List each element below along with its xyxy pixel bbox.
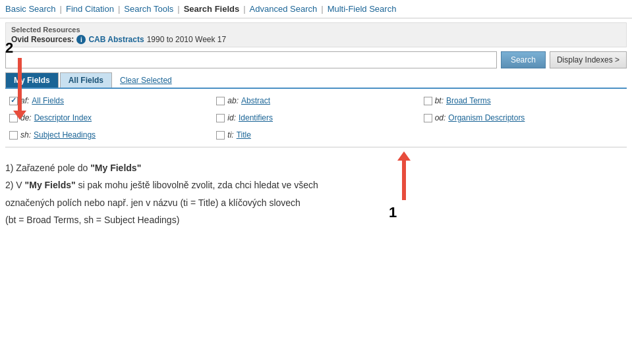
display-indexes-button[interactable]: Display Indexes > [550, 51, 627, 68]
selected-resources-bar: Selected Resources Ovid Resources: i CAB… [5, 22, 627, 47]
nav-search-tools[interactable]: Search Tools [124, 4, 173, 14]
arrow-1-shaft [402, 161, 406, 200]
desc-line1-bold: "My Fields" [90, 163, 141, 173]
search-row: Search Display Indexes > [5, 51, 627, 68]
main-content: Basic Search | Find Citation | Search To… [0, 0, 632, 228]
nav-sep-4: | [243, 4, 245, 14]
description-line4: (bt = Broad Terms, sh = Subject Headings… [5, 213, 627, 227]
field-name-id[interactable]: Identifiers [239, 113, 273, 122]
field-item-empty [420, 128, 627, 142]
field-code-sh: sh: [20, 130, 31, 140]
all-fields-tab[interactable]: All Fields [60, 72, 112, 88]
arrow-2-shaft [18, 58, 22, 111]
field-item-od: od: Organism Descriptors [420, 111, 627, 124]
nav-sep-1: | [60, 4, 62, 14]
field-name-bt[interactable]: Broad Terms [446, 96, 491, 105]
field-item-af: af: All Fields [5, 94, 212, 107]
desc-line2-bold1: "My Fields" [25, 180, 76, 190]
field-checkbox-ti[interactable] [216, 131, 225, 140]
field-name-ab[interactable]: Abstract [241, 96, 270, 105]
fields-tabs-row: My Fields All Fields Clear Selected [5, 72, 627, 89]
field-checkbox-ab[interactable] [216, 97, 225, 105]
field-name-od[interactable]: Organism Descriptors [448, 113, 525, 122]
search-button[interactable]: Search [501, 51, 546, 68]
nav-sep-5: | [321, 4, 323, 14]
field-name-sh[interactable]: Subject Headings [34, 130, 96, 140]
resources-row: Ovid Resources: i CAB Abstracts 1990 to … [11, 35, 621, 44]
field-code-ab: ab: [227, 96, 239, 105]
field-checkbox-id[interactable] [216, 114, 225, 122]
nav-basic-search[interactable]: Basic Search [5, 4, 56, 14]
arrow-1 [397, 151, 411, 200]
field-code-id: id: [227, 113, 236, 122]
field-item-id: id: Identifiers [212, 111, 419, 124]
search-input[interactable] [5, 51, 497, 68]
nav-advanced-search[interactable]: Advanced Search [250, 4, 318, 14]
arrow-2 [13, 58, 26, 120]
nav-sep-2: | [118, 4, 120, 14]
field-item-bt: bt: Broad Terms [420, 94, 627, 107]
nav-multi-field-search[interactable]: Multi-Field Search [328, 4, 397, 14]
field-item-sh: sh: Subject Headings [5, 128, 212, 142]
description-line1: 1) Zařazené pole do "My Fields" [5, 161, 627, 175]
info-icon[interactable]: i [76, 35, 86, 44]
annotation-number-1: 1 [389, 204, 397, 221]
field-code-bt: bt: [435, 96, 444, 105]
desc-line1-prefix: 1) Zařazené pole do [5, 163, 90, 173]
clear-selected-link[interactable]: Clear Selected [120, 76, 172, 85]
arrow-2-head [13, 111, 26, 120]
field-item-de: de: Descriptor Index [5, 111, 212, 124]
resource-dates: 1990 to 2010 Week 17 [147, 35, 227, 44]
field-code-od: od: [435, 113, 446, 122]
field-checkbox-od[interactable] [424, 114, 432, 122]
nav-find-citation[interactable]: Find Citation [66, 4, 114, 14]
ovid-resources-label: Ovid Resources: [11, 35, 74, 44]
nav-sep-3: | [177, 4, 179, 14]
field-item-ti: ti: Title [212, 128, 419, 142]
arrow-1-head [397, 151, 411, 161]
description-area: 1) Zařazené pole do "My Fields" 2) V "My… [5, 161, 627, 228]
field-checkbox-bt[interactable] [424, 97, 432, 105]
field-name-af[interactable]: All Fields [32, 96, 64, 105]
field-name-ti[interactable]: Title [237, 130, 251, 140]
field-checkbox-sh[interactable] [9, 131, 18, 140]
description-line2: 2) V "My Fields" si pak mohu ještě libov… [5, 178, 627, 192]
annotation-number-2: 2 [5, 39, 13, 57]
fields-grid: af: All Fields ab: Abstract bt: Broad Te… [5, 94, 627, 147]
desc-line2-prefix: 2) V [5, 180, 25, 190]
description-line3: označených polích nebo např. jen v názvu… [5, 195, 627, 210]
field-item-ab: ab: Abstract [212, 94, 419, 107]
desc-line2-suffix: si pak mohu ještě libovolně zvolit, zda … [76, 180, 318, 190]
resource-name: CAB Abstracts [88, 35, 144, 44]
field-name-de[interactable]: Descriptor Index [34, 113, 92, 122]
top-nav: Basic Search | Find Citation | Search To… [0, 0, 632, 18]
selected-resources-label: Selected Resources [11, 26, 621, 34]
field-code-ti: ti: [227, 130, 233, 140]
nav-search-fields[interactable]: Search Fields [184, 4, 240, 14]
